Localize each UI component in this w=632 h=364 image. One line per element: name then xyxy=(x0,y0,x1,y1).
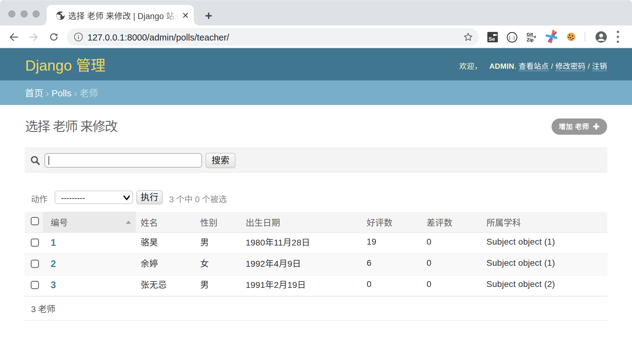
svg-text:Git: Git xyxy=(527,32,533,37)
svg-text:Se: Se xyxy=(489,36,495,42)
svg-text:{...}: {...} xyxy=(509,35,515,40)
svg-text:Zip: Zip xyxy=(527,37,534,42)
